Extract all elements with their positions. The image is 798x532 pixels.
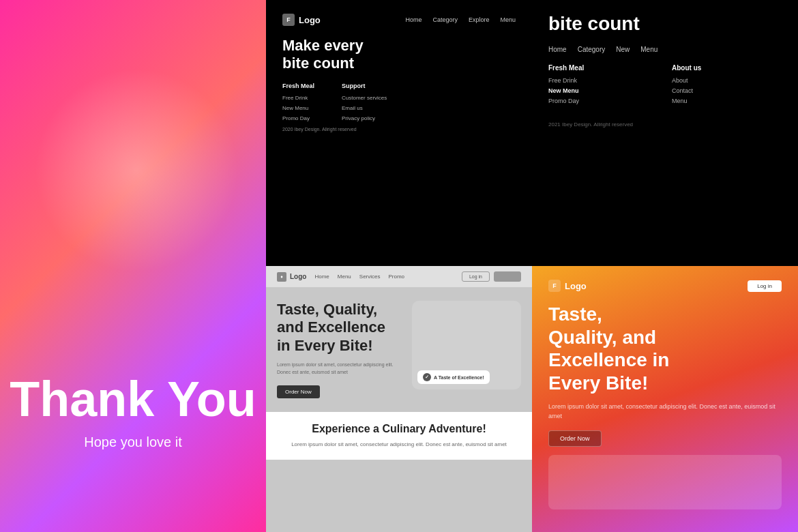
gray-nav-buttons: Log in	[462, 271, 521, 282]
footer-col-2: Support Customer services Email us Priva…	[342, 83, 387, 121]
gray-hero-text: Taste, Quality,and Excellencein Every Bi…	[277, 301, 402, 398]
dropdown-item-2-highlighted: New Menu	[548, 87, 658, 94]
gray-hero-sub: Lorem ipsum dolor sit amet, consectetur …	[277, 361, 402, 376]
rnav-new: New	[616, 46, 630, 53]
dropdown-item-6: Menu	[672, 98, 782, 104]
footer-col-1: Fresh Meal Free Drink New Menu Promo Day	[282, 83, 314, 121]
left-panel: Thank You Hope you love it	[0, 0, 266, 532]
gnav-promo: Promo	[388, 274, 404, 280]
right-section: F Logo Home Category Explore Menu Make e…	[266, 0, 798, 532]
logo-text: Logo	[299, 15, 321, 25]
cta-button[interactable]	[494, 271, 521, 282]
gray-content: Taste, Quality,and Excellencein Every Bi…	[266, 287, 532, 412]
panel-gradient-right: F Logo Log in Taste,Quality, andExcellen…	[532, 266, 798, 532]
panel-dark-left: F Logo Home Category Explore Menu Make e…	[266, 0, 532, 266]
dropdown-item-1: Free Drink	[548, 77, 658, 84]
check-icon: ✓	[423, 373, 431, 381]
dropdown-title-1: Fresh Meal	[548, 64, 658, 72]
thank-you-heading: Thank You	[10, 372, 256, 426]
copyright-left: 2020 Ibey Design. Allright reserved	[282, 127, 516, 132]
right-mock-nav: Home Category New Menu	[548, 46, 782, 53]
footer-item-5: Email us	[342, 105, 387, 111]
mock-footer: Fresh Meal Free Drink New Menu Promo Day…	[282, 83, 516, 121]
rnav-category: Category	[578, 46, 606, 53]
culinary-sub: Lorem ipsum dolor sit amet, consectetur …	[277, 441, 521, 449]
grad-logo-text: Logo	[565, 281, 587, 291]
footer-item-3: Promo Day	[282, 115, 314, 121]
rnav-menu: Menu	[640, 46, 657, 53]
nav-category: Category	[432, 16, 458, 23]
dropdown-col-1: Fresh Meal Free Drink New Menu Promo Day	[548, 64, 658, 108]
gray-logo-icon: ♦	[277, 272, 286, 282]
copyright-right: 2021 Ibey Design. Allright reserved	[548, 121, 782, 128]
culinary-title: Experience a Culinary Adventure!	[277, 423, 521, 435]
nav-explore: Explore	[469, 16, 490, 23]
gray-hero-title: Taste, Quality,and Excellencein Every Bi…	[277, 301, 402, 355]
dropdown-col-2: About us About Contact Menu	[672, 64, 782, 108]
dropdown-item-5: Contact	[672, 87, 782, 94]
dropdown-item-4: About	[672, 77, 782, 84]
dropdown-item-3: Promo Day	[548, 98, 658, 104]
rnav-home: Home	[548, 46, 567, 53]
footer-item-1: Free Drink	[282, 95, 314, 101]
nav-home: Home	[405, 16, 422, 23]
brand-title: bite count	[548, 14, 782, 35]
gnav-menu: Menu	[338, 274, 351, 280]
subtitle-text: Hope you love it	[84, 434, 181, 450]
panel-dark-right: bite count Home Category New Menu Fresh …	[532, 0, 798, 266]
top-row: F Logo Home Category Explore Menu Make e…	[266, 0, 798, 266]
grad-logo: F Logo	[548, 280, 587, 292]
gray-logo: ♦ Logo	[277, 272, 306, 282]
grad-image-placeholder	[548, 455, 782, 509]
gray-logo-text: Logo	[290, 273, 306, 280]
mock-hero: Make everybite count	[282, 37, 516, 73]
gray-image-placeholder: ✓ A Taste of Excellence!	[412, 301, 521, 389]
taste-badge: ✓ A Taste of Excellence!	[417, 370, 490, 384]
panel-gray-left: ♦ Logo Home Menu Services Promo Log in T…	[266, 266, 532, 532]
gnav-home: Home	[314, 274, 329, 280]
logo-icon: F	[282, 14, 295, 26]
login-button[interactable]: Log in	[462, 271, 490, 282]
footer-item-4: Customer services	[342, 95, 387, 101]
mock-logo: F Logo	[282, 14, 321, 26]
grad-logo-row: F Logo Log in	[548, 280, 782, 292]
grad-login-button[interactable]: Log in	[748, 280, 782, 292]
gray-top-bar: ♦ Logo Home Menu Services Promo Log in	[266, 266, 532, 287]
badge-text: A Taste of Excellence!	[434, 375, 484, 380]
mock-nav-links: Home Category Explore Menu	[405, 16, 516, 23]
right-mock-dropdown: Fresh Meal Free Drink New Menu Promo Day…	[548, 64, 782, 108]
gray-nav-links: Home Menu Services Promo	[314, 274, 404, 280]
grad-logo-icon: F	[548, 280, 561, 292]
dropdown-title-2: About us	[672, 64, 782, 72]
nav-menu: Menu	[500, 16, 516, 23]
footer-item-2: New Menu	[282, 105, 314, 111]
mock-nav: F Logo Home Category Explore Menu	[282, 14, 516, 26]
footer-item-6: Privacy policy	[342, 115, 387, 121]
grad-hero-title: Taste,Quality, andExcellence inEvery Bit…	[548, 303, 782, 394]
footer-title-1: Fresh Meal	[282, 83, 314, 89]
hero-title: Make everybite count	[282, 37, 516, 73]
footer-title-2: Support	[342, 83, 387, 89]
gray-culinary-section: Experience a Culinary Adventure! Lorem i…	[266, 412, 532, 460]
grad-hero-sub: Lorem ipsum dolor sit amet, consectetur …	[548, 402, 782, 421]
gray-order-button[interactable]: Order Now	[277, 385, 320, 398]
gnav-services: Services	[359, 274, 381, 280]
bottom-row: ♦ Logo Home Menu Services Promo Log in T…	[266, 266, 798, 532]
grad-order-button[interactable]: Order Now	[548, 430, 602, 447]
